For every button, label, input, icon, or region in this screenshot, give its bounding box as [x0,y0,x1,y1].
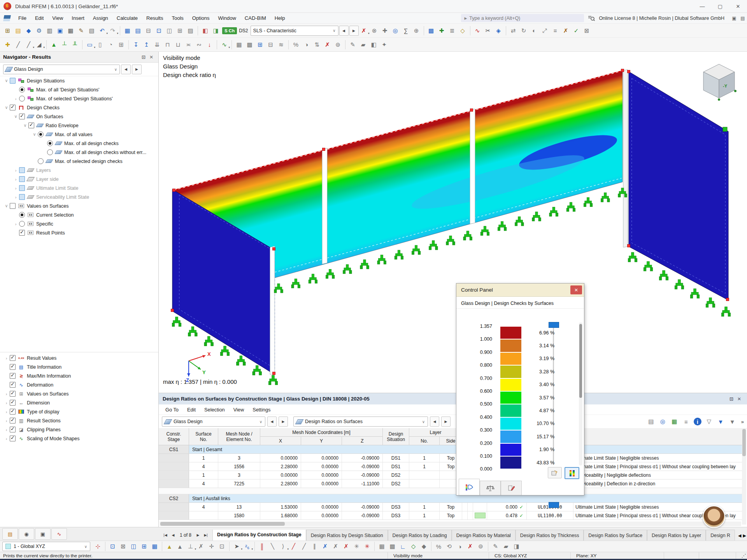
pointer-icon[interactable]: ➤▾ [231,541,242,551]
tab-settings[interactable] [501,481,522,495]
menu-assign[interactable]: Assign [89,13,112,23]
redo-icon[interactable]: ↷▾ [107,26,118,36]
table-sort-icon[interactable]: ≡ [681,416,691,427]
table-row[interactable]: 415562.280000.00000-0.09000DS11TopUltima… [159,462,742,471]
color-scale-options-button[interactable] [565,467,579,479]
table-tab-design-ratios-by-layer[interactable]: Design Ratios by Layer [647,530,706,541]
snip-icon[interactable]: ✂ [483,26,493,36]
guide5-icon[interactable]: ╱ [299,541,309,551]
table-close-icon[interactable]: ✕ [735,396,743,402]
scale-slider-handle-bottom[interactable] [549,502,559,508]
table-menu-go-to[interactable]: Go To [161,404,183,415]
export-icon[interactable]: ▦ [65,26,76,36]
osnap-icon[interactable]: ◇ [408,541,419,551]
checkbox[interactable] [10,436,16,441]
track-icon[interactable]: ◆ [419,541,429,551]
loadcase-prev-icon[interactable]: ◧ [200,26,210,36]
grid2-icon[interactable]: ▦ [234,40,244,50]
checkbox[interactable] [10,78,16,84]
tab-color-scale[interactable] [459,479,480,495]
model-viewport[interactable]: X Y Z -Y Visibility mode Glass Design De… [159,52,747,393]
edit-scale-button[interactable] [548,467,562,478]
gear2-icon[interactable]: ⊚ [333,40,343,50]
table-tab-design-ratios-by-material[interactable]: Design Ratios by Material [452,530,516,541]
checkbox[interactable] [10,203,16,209]
undo-icon[interactable]: ↶▾ [97,26,107,36]
search-icon[interactable] [588,15,595,22]
rotate-icon[interactable]: ↻ [519,26,529,36]
radio-button[interactable] [47,140,53,146]
tree-item[interactable]: ∨Values on Surfaces [0,201,158,210]
radio-button[interactable] [19,87,25,93]
checkbox[interactable] [19,185,25,191]
tree-item[interactable]: Current Selection [0,210,158,219]
control-panel-window[interactable]: Control Panel ✕ Glass Design | Design Ch… [456,283,584,495]
mirror2-icon[interactable]: ◑ [301,40,312,50]
guide8-icon[interactable]: ✗ [330,541,341,551]
settings-icon[interactable]: ⚙ [34,26,44,36]
model-3d-scene[interactable]: X Y Z -Y [159,52,747,393]
snap2-icon[interactable]: ▲ [175,541,185,551]
grid-toggle-icon[interactable]: ▦ [377,541,387,551]
open-icon[interactable]: ▤ [13,26,23,36]
tree-item[interactable]: ∨Ratio Envelope [0,121,158,130]
tab-factors[interactable] [480,481,501,495]
expander-icon[interactable]: ∨ [12,114,19,119]
window-icon[interactable]: ⊡ [154,26,164,36]
select2-icon[interactable]: ⊠ [118,541,128,551]
tree-item[interactable]: ∨Max. of all values [0,130,158,139]
menu-file[interactable]: File [14,13,31,23]
table-export-icon[interactable]: ▦ [669,416,680,427]
help-pane-icon[interactable]: ▤ [738,14,747,22]
select3-icon[interactable]: ◫ [128,541,139,551]
select5-icon[interactable]: ▦ [149,541,160,551]
menu-view[interactable]: View [48,13,67,23]
expander-icon[interactable]: › [3,410,10,414]
checkbox[interactable] [10,427,16,432]
brush-icon[interactable]: ▰ [358,40,368,50]
select4-icon[interactable]: ⊞ [139,541,149,551]
support-icon[interactable]: ▲ [49,40,59,50]
guide2-icon[interactable]: ╲ [267,541,278,551]
align-icon[interactable]: ≡ [550,26,561,36]
clean-icon[interactable]: ✗ [561,26,571,36]
navigator-float-icon[interactable]: ⊡ [140,54,147,60]
table-menu-selection[interactable]: Selection [200,404,229,415]
expander-icon[interactable]: › [3,418,10,423]
draw2-icon[interactable]: ▰ [501,541,511,551]
table-row[interactable]: 130.000000.00000-0.09000DS11TopUltimate … [159,454,742,462]
plan-icon[interactable]: ⊞ [175,26,185,36]
delete-results-icon[interactable]: ✗▾ [359,26,369,36]
menu-tools[interactable]: Tools [167,13,188,23]
close-button[interactable]: ✕ [729,0,747,12]
search-input[interactable]: ▶ Type a keyword (Alt+Q) [461,14,584,22]
ucs-icon[interactable]: ⊹ [93,541,103,551]
tree-item[interactable]: ›Layers [0,166,158,175]
wand-icon[interactable]: ✦ [379,40,389,50]
guide6-icon[interactable]: ∥ [309,541,320,551]
move-icon[interactable]: ⇄ [508,26,519,36]
checkbox[interactable] [10,409,16,415]
add-values-icon[interactable]: ✚ [380,26,390,36]
support2-icon[interactable]: ┴ [59,40,70,50]
tree-item[interactable]: ▤Title Information [0,362,158,371]
table-body[interactable]: CS1Start | Gesamt130.000000.00000-0.0900… [159,445,742,520]
checkbox[interactable] [19,230,25,236]
cfg-icon[interactable]: ⊚ [475,541,486,551]
expander-icon[interactable]: ∨ [3,78,10,83]
render2-icon[interactable]: ◈ [493,26,504,36]
table-module-next-button[interactable]: ▶ [279,416,288,427]
gem-icon[interactable]: ◇ [458,26,468,36]
table-print-icon[interactable]: ▤ [646,416,656,427]
next-loadcase-button[interactable]: ▶ [349,26,359,36]
expander-icon[interactable]: › [3,392,10,396]
tree-item[interactable]: ›Type of display [0,407,158,416]
checkbox[interactable] [10,364,16,370]
next-table-button[interactable]: ▶ [195,531,202,539]
menu-options[interactable]: Options [188,13,214,23]
load7-icon[interactable]: ∾ [194,40,204,50]
table-float-icon[interactable]: ⊡ [728,396,735,402]
first-table-button[interactable]: |◀ [162,531,169,539]
percent-icon[interactable]: % [291,40,301,50]
table-tab-design-ratios-by-construction-stage[interactable]: Design Ratios by Construction Stage [212,530,306,541]
